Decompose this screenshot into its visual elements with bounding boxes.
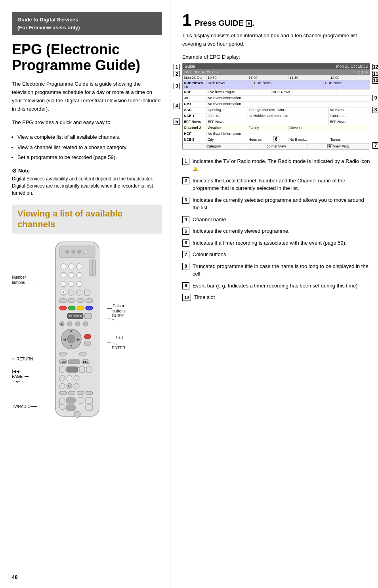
- epg-row: AAC Opening... Foreign Markets - Mor... …: [183, 107, 370, 113]
- num-badge-8: 8: [182, 263, 189, 270]
- svg-text:▶: ▶: [77, 337, 80, 341]
- label-return: ☞ RETURN: [12, 357, 38, 361]
- svg-rect-13: [76, 264, 82, 269]
- svg-rect-46: [83, 322, 88, 326]
- svg-rect-55: [59, 352, 67, 356]
- svg-rect-24: [69, 281, 74, 287]
- epg-channel-bar: 040 DDE NEWS 15 ☆ ⓓ ⓢ ①: [183, 69, 370, 75]
- step-header: 1 Press GUIDE ≡.: [182, 12, 370, 29]
- epg-row: J9 No Event Information: [183, 96, 370, 102]
- viewing-channels-box: Viewing a list of available channels: [12, 205, 162, 234]
- svg-rect-66: [59, 375, 65, 381]
- step-number: 1: [182, 12, 191, 29]
- svg-rect-67: [67, 375, 72, 381]
- num-badge-2: 2: [182, 177, 189, 184]
- left-column: Guide to Digital Services (For Freeview …: [0, 0, 170, 588]
- svg-rect-56: [79, 352, 86, 356]
- epg-display-wrapper: 1 2 3 4 5 12 11 10 9 8 6 7 Guide Mon 23 …: [182, 63, 370, 149]
- explanation-item-7: 7 Colour buttons: [182, 251, 370, 259]
- guide-icon: ≡: [246, 20, 252, 27]
- svg-rect-54: [84, 341, 91, 346]
- epg-footer: Category 30 min View ▣ View Prog.: [183, 143, 370, 149]
- svg-point-2: [65, 250, 69, 254]
- epg-header-right: Mon 23 Oct 10:32: [336, 64, 368, 69]
- explanation-item-6: 6 Indicates if a timer recording is asso…: [182, 239, 370, 247]
- svg-rect-44: [67, 322, 72, 326]
- svg-rect-45: [75, 322, 80, 326]
- note-section: ⊘ Note Digital Services availability and…: [12, 167, 162, 197]
- svg-rect-63: [67, 367, 78, 372]
- svg-rect-41: [84, 313, 92, 319]
- explanation-item-8: 8 Truncated programme title in case the …: [182, 262, 370, 278]
- guide-box-line2: (For Freeview users only): [17, 25, 80, 31]
- epg-header: Guide Mon 23 Oct 10:32: [183, 63, 370, 69]
- svg-point-5: [83, 250, 87, 254]
- epg-explanations: 1 Indicates the TV or Radio mode. The Ra…: [182, 157, 370, 301]
- epg-row: EFF News EFF News EFF News: [183, 119, 370, 125]
- label-colour-buttons: Colour buttons: [107, 303, 126, 314]
- svg-rect-37: [77, 306, 84, 310]
- label-guide: GUIDE ≡: [107, 314, 125, 322]
- svg-rect-69: [59, 383, 65, 389]
- explanation-item-9: 9 Event bar (e.g. Indicates a timer reco…: [182, 282, 370, 290]
- svg-rect-12: [69, 264, 74, 269]
- example-label: Example of EPG Display:: [182, 54, 370, 60]
- epg-row: NCE 5 City Hous es No Event... Tennis: [183, 137, 370, 143]
- label-tv-radio: TV/RADIO: [12, 404, 37, 409]
- svg-rect-31: [59, 299, 67, 303]
- svg-rect-18: [69, 272, 74, 278]
- epg-time-row: Mon 23 Oct 10:30 11:00 11:30 12:00: [183, 75, 370, 80]
- svg-rect-36: [68, 306, 75, 310]
- note-text-2: Digital Services are not instantly avail…: [12, 182, 162, 197]
- epg-desc-2: The EPG provides a quick and easy way to…: [12, 119, 162, 127]
- svg-text:TV: TV: [61, 403, 64, 406]
- epg-label-10: 10: [372, 77, 378, 84]
- epg-label-3: 3: [174, 83, 180, 89]
- epg-row: NCE 1 John's... ⊙ Hobbies and Interests …: [183, 113, 370, 119]
- note-text-1: Digital Services availability and conten…: [12, 175, 162, 182]
- explanation-item-4: 4 Channel name: [182, 216, 370, 224]
- epg-label-7: 7: [372, 142, 378, 149]
- epg-row: DDE NEWS 15 DDE News DDE News DDE News: [183, 80, 370, 90]
- svg-rect-29: [76, 290, 82, 295]
- epg-label-5: 5: [174, 119, 180, 125]
- svg-rect-79: [67, 398, 75, 403]
- epg-row: Channel J Weather Family Drive in ...: [183, 125, 370, 131]
- svg-point-48: [67, 335, 75, 343]
- epg-label-9: 9: [372, 95, 378, 101]
- svg-rect-73: [59, 391, 67, 395]
- svg-rect-72: [74, 383, 79, 389]
- svg-rect-33: [77, 299, 84, 303]
- svg-rect-68: [74, 375, 79, 381]
- epg-row: CMY No Event Information: [183, 102, 370, 107]
- svg-rect-64: [79, 367, 85, 372]
- remote-diagram: Number buttons ☞ RETURN |◀◀ PAGE ←•/•→ T…: [12, 240, 162, 422]
- epg-header-left: Guide: [185, 64, 195, 69]
- svg-rect-82: [86, 398, 93, 403]
- epg-table: Guide Mon 23 Oct 10:32 040 DDE NEWS 15 ☆…: [182, 63, 370, 149]
- explanation-item-2: 2 Indicates the Local Channel. Number an…: [182, 177, 370, 192]
- svg-text:▶▶|: ▶▶|: [83, 360, 88, 364]
- svg-rect-65: [86, 367, 92, 372]
- svg-rect-32: [68, 299, 75, 303]
- svg-rect-30: [84, 290, 90, 295]
- explanation-item-3: 3 Indicates the currently selected progr…: [182, 196, 370, 212]
- svg-text:⊙: ⊙: [68, 384, 71, 388]
- num-badge-1: 1: [182, 158, 189, 165]
- guide-box-line1: Guide to Digital Services: [17, 17, 78, 23]
- svg-point-4: [77, 250, 81, 254]
- svg-rect-83: [86, 405, 93, 410]
- svg-text:▼: ▼: [70, 344, 73, 348]
- svg-rect-80: [67, 405, 75, 410]
- explanation-item-10: 10 Time slot: [182, 293, 370, 301]
- label-number-buttons: Number buttons: [12, 275, 34, 285]
- note-title: ⊘ Note: [12, 167, 162, 174]
- svg-rect-19: [76, 272, 82, 278]
- svg-text:◉: ◉: [61, 323, 63, 326]
- label-enter-arrows: ←/↑/↓/→, ENTER: [107, 335, 126, 351]
- num-badge-6: 6: [182, 239, 189, 247]
- svg-point-84: [74, 411, 80, 418]
- svg-text:◀: ◀: [63, 337, 66, 341]
- label-page: |◀◀ PAGE ←•/•→: [12, 369, 29, 384]
- explanation-item-5: 5 Indicates the currently viewed program…: [182, 227, 370, 235]
